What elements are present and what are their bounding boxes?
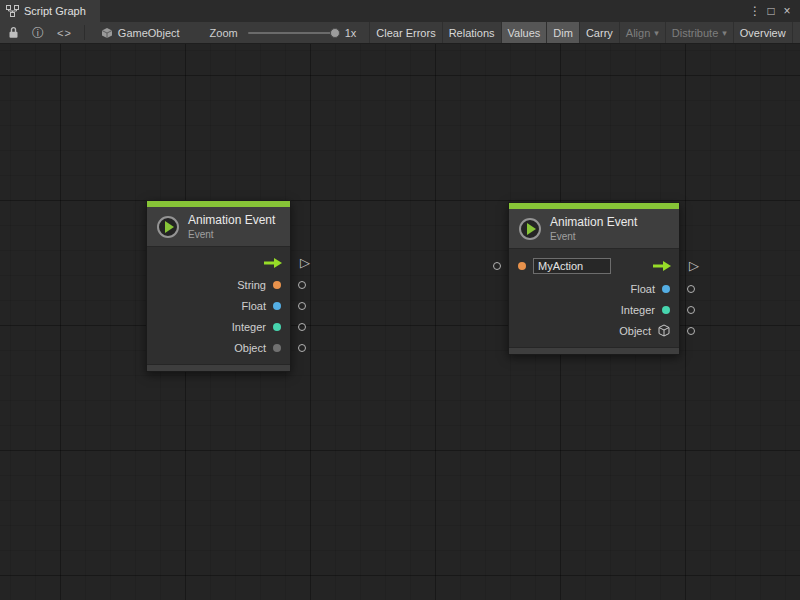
node-footer [147, 364, 290, 371]
animation-event-node-1[interactable]: Animation Event Event ▷ String Float [146, 200, 291, 372]
gameobject-reference[interactable]: GameObject [101, 22, 180, 43]
window-menu-icon[interactable]: ⋮ [747, 0, 763, 22]
node-body: ▷ String Float Integer Object [147, 247, 290, 364]
output-row-integer: Integer [147, 316, 290, 337]
tab-label: Script Graph [24, 5, 86, 17]
graph-canvas[interactable]: Animation Event Event ▷ String Float [0, 44, 800, 600]
object-output-port[interactable] [687, 327, 695, 335]
port-label: Object [619, 325, 651, 337]
string-input-port[interactable] [493, 262, 501, 270]
close-icon[interactable]: × [779, 0, 795, 22]
port-label: Object [234, 342, 266, 354]
button-label: Distribute [672, 27, 718, 39]
output-row-float: Float [147, 295, 290, 316]
node-body: ▷ Float Integer Object [509, 249, 679, 347]
maximize-icon[interactable]: □ [763, 0, 779, 22]
button-label: Overview [740, 27, 786, 39]
node-footer [509, 347, 679, 354]
zoom-slider[interactable] [248, 32, 336, 34]
values-button[interactable]: Values [501, 22, 547, 43]
lock-icon[interactable] [8, 26, 19, 39]
align-button[interactable]: Align ▾ [619, 22, 665, 43]
output-row-string: String [147, 274, 290, 295]
script-graph-icon [6, 5, 19, 17]
output-row-object: Object [147, 337, 290, 358]
float-type-dot [662, 285, 670, 293]
node-subtitle: Event [188, 229, 275, 240]
action-name-input[interactable] [533, 258, 611, 274]
carry-button[interactable]: Carry [579, 22, 619, 43]
gameobject-label: GameObject [118, 27, 180, 39]
node-header[interactable]: Animation Event Event [509, 209, 679, 249]
window-controls: ⋮ □ × [747, 0, 800, 22]
action-name-input-row: ▷ [509, 254, 679, 278]
button-label: Align [626, 27, 650, 39]
button-label: Relations [449, 27, 495, 39]
zoom-value: 1x [345, 27, 357, 39]
integer-type-dot [273, 323, 281, 331]
gameobject-icon [101, 27, 113, 39]
button-label: Dim [553, 27, 573, 39]
dim-button[interactable]: Dim [546, 22, 579, 43]
control-output-row: ▷ [147, 252, 290, 274]
string-type-dot [273, 281, 281, 289]
relations-button[interactable]: Relations [442, 22, 501, 43]
overview-button[interactable]: Overview [733, 22, 793, 43]
float-output-port[interactable] [687, 285, 695, 293]
control-output-port[interactable]: ▷ [300, 256, 310, 269]
port-label: Float [631, 283, 655, 295]
port-label: String [237, 279, 266, 291]
button-label: Values [508, 27, 541, 39]
string-type-dot [518, 262, 526, 270]
output-row-object: Object [509, 320, 679, 341]
zoom-control: Zoom 1x [210, 22, 357, 43]
chevron-down-icon: ▾ [654, 28, 659, 38]
float-type-dot [273, 302, 281, 310]
object-output-port[interactable] [298, 344, 306, 352]
event-play-icon [519, 218, 541, 240]
node-title: Animation Event [188, 213, 275, 227]
animation-event-node-2[interactable]: Animation Event Event ▷ Float I [508, 202, 680, 355]
node-header[interactable]: Animation Event Event [147, 207, 290, 247]
string-output-port[interactable] [298, 281, 306, 289]
button-label: Carry [586, 27, 613, 39]
info-icon[interactable]: ⓘ [32, 27, 44, 39]
object-cube-icon [658, 324, 670, 337]
event-play-icon [157, 216, 179, 238]
zoom-label: Zoom [210, 27, 238, 39]
clear-errors-button[interactable]: Clear Errors [369, 22, 441, 43]
float-output-port[interactable] [298, 302, 306, 310]
toolbar-separator [84, 25, 85, 40]
control-output-port[interactable]: ▷ [689, 259, 699, 272]
code-icon[interactable]: <> [57, 27, 72, 39]
integer-output-port[interactable] [298, 323, 306, 331]
port-label: Float [242, 300, 266, 312]
tab-script-graph[interactable]: Script Graph [0, 0, 100, 22]
output-row-float: Float [509, 278, 679, 299]
node-title: Animation Event [550, 215, 637, 229]
integer-output-port[interactable] [687, 306, 695, 314]
button-label: Clear Errors [376, 27, 435, 39]
window-tab-bar: Script Graph ⋮ □ × [0, 0, 800, 22]
object-type-dot [273, 344, 281, 352]
zoom-slider-knob[interactable] [330, 28, 340, 38]
output-row-integer: Integer [509, 299, 679, 320]
graph-toolbar: ⓘ <> GameObject Zoom 1x Clear Errors Rel… [0, 22, 800, 44]
distribute-button[interactable]: Distribute ▾ [665, 22, 733, 43]
port-label: Integer [232, 321, 266, 333]
toolbar-left-icons: ⓘ <> [0, 22, 84, 43]
flow-arrow-icon [652, 260, 672, 272]
node-subtitle: Event [550, 231, 637, 242]
integer-type-dot [662, 306, 670, 314]
toolbar-buttons: Clear Errors Relations Values Dim Carry … [369, 22, 792, 43]
port-label: Integer [621, 304, 655, 316]
chevron-down-icon: ▾ [722, 28, 727, 38]
flow-arrow-icon [263, 257, 283, 269]
